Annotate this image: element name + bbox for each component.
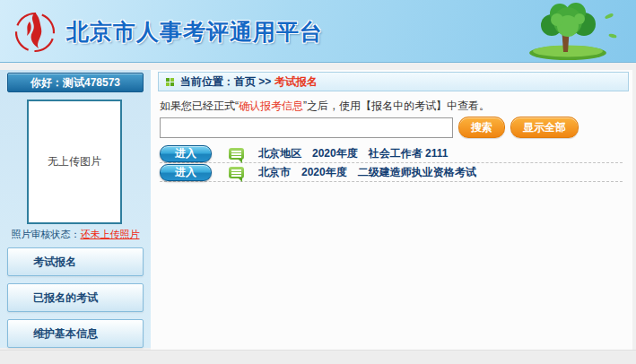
exam-row: 进入 北京地区 2020年度 社会工作者 2111 <box>160 144 623 163</box>
photo-placeholder-box: 无上传图片 <box>27 100 122 224</box>
notice-after: ”之后，使用【报名中的考试】中查看。 <box>303 100 490 112</box>
app-header: 北京市人事考评通用平台 <box>0 0 636 63</box>
photo-status: 照片审核状态：还未上传照片 <box>0 228 151 241</box>
green-chat-bubble-icon <box>229 148 244 160</box>
search-row: 搜索 显示全部 <box>160 117 579 138</box>
tree-illustration <box>518 2 618 63</box>
sidebar-item-registered-exams[interactable]: 已报名的考试 <box>7 283 144 312</box>
footer-bar <box>0 350 636 364</box>
photo-status-value: 还未上传照片 <box>81 229 140 239</box>
green-chat-bubble-icon <box>229 167 244 178</box>
notice-highlight: 确认报考信息 <box>239 100 303 112</box>
sidebar: 你好：测试478573 无上传图片 照片审核状态：还未上传照片 考试报名 已报名… <box>0 70 151 348</box>
main-content: 当前位置：首页 >> 考试报名 如果您已经正式“确认报考信息”之后，使用【报名中… <box>151 70 632 350</box>
page-title: 北京市人事考评通用平台 <box>66 17 323 47</box>
notice-before: 如果您已经正式“ <box>160 100 239 112</box>
search-input[interactable] <box>160 117 453 138</box>
exam-row: 进入 北京市 2020年度 二级建造师执业资格考试 <box>160 163 623 182</box>
photo-status-label: 照片审核状态： <box>12 229 81 239</box>
sidebar-item-maintain-basic-info[interactable]: 维护基本信息 <box>7 319 144 348</box>
exam-title: 北京地区 2020年度 社会工作者 2111 <box>258 146 448 161</box>
breadcrumb: 当前位置：首页 >> 考试报名 <box>158 72 629 91</box>
sidebar-item-exam-registration[interactable]: 考试报名 <box>7 247 144 276</box>
notice-text: 如果您已经正式“确认报考信息”之后，使用【报名中的考试】中查看。 <box>160 99 490 114</box>
enter-exam-button[interactable]: 进入 <box>160 164 212 181</box>
sidebar-menu: 考试报名 已报名的考试 维护基本信息 <box>7 247 144 355</box>
flame-emblem-icon <box>11 4 59 62</box>
green-grid-icon <box>166 78 174 86</box>
enter-exam-button[interactable]: 进入 <box>160 145 212 162</box>
breadcrumb-prefix: 当前位置：首页 >> <box>180 75 274 88</box>
photo-placeholder-text: 无上传图片 <box>48 154 101 169</box>
show-all-button[interactable]: 显示全部 <box>510 117 579 138</box>
exam-list: 进入 北京地区 2020年度 社会工作者 2111 进入 北京市 2020年度 … <box>160 144 623 182</box>
exam-title: 北京市 2020年度 二级建造师执业资格考试 <box>258 165 476 180</box>
search-button[interactable]: 搜索 <box>458 117 505 138</box>
breadcrumb-current: 考试报名 <box>274 75 318 88</box>
user-greeting: 你好：测试478573 <box>7 73 144 92</box>
breadcrumb-text: 当前位置：首页 >> 考试报名 <box>180 74 318 90</box>
